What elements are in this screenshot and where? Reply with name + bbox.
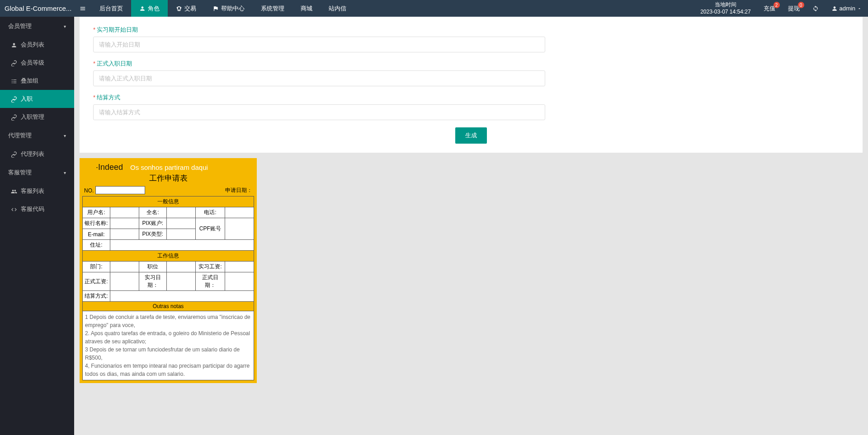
withdraw-badge: 0 [798,2,804,8]
sidebar: 会员管理 ▾ 会员列表 会员等级 叠加组 入职 入职管理 代理管理 ▾ 代理列表… [0,17,74,388]
sidebar-cs-code[interactable]: 客服代码 [0,200,74,218]
link-icon [11,150,17,158]
doc-logo: ·Indeed [96,163,123,172]
application-form-preview: ·Indeed Os sonhos partiram daqui 工作申请表 N… [80,158,257,383]
link-icon [11,113,17,121]
sidebar-member-list[interactable]: 会员列表 [0,36,74,54]
section-header: 工作信息 [83,251,254,262]
field-settlement: *结算方式 [93,94,849,120]
doc-date-label: 申请日期： [225,187,252,194]
chevron-up-icon [857,6,862,11]
field-label: *实习期开始日期 [93,26,849,34]
sidebar-onboard-mgmt[interactable]: 入职管理 [0,108,74,126]
scale-icon [176,5,182,12]
sidebar-stack-group[interactable]: 叠加组 [0,72,74,90]
section-header: Outras notas [83,302,254,311]
user-icon [11,41,17,48]
main-content: *实习期开始日期 *正式入职日期 *结算方式 生成 ·Indeed Os son… [74,17,868,383]
generate-button[interactable]: 生成 [455,127,487,144]
refresh-button[interactable] [806,0,825,17]
user-icon [831,5,838,12]
chevron-down-icon: ▾ [64,170,66,175]
field-formal-date: *正式入职日期 [93,60,849,86]
flag-icon [212,5,219,12]
sidebar-toggle[interactable] [74,0,91,17]
nav-home[interactable]: 后台首页 [91,0,131,17]
sidebar-cs-list[interactable]: 客服列表 [0,182,74,200]
users-icon [11,187,17,195]
clock: 当地时间 2023-03-07 14:54:27 [694,0,757,17]
link-icon [11,59,17,66]
chevron-down-icon: ▾ [64,24,66,29]
section-header: 一般信息 [83,196,254,207]
brand-title: Global E-Commerce... [0,0,74,17]
refresh-icon [812,5,819,12]
code-icon [11,206,17,213]
nav-right: 当地时间 2023-03-07 14:54:27 充值 2 提现 0 admin [694,0,868,17]
link-icon [11,95,17,103]
recharge-badge: 2 [774,2,780,8]
menu-icon [80,5,86,12]
nav-system[interactable]: 系统管理 [253,0,292,17]
nav-trade[interactable]: 交易 [168,0,204,17]
doc-notes: 1 Depois de concluir a tarefa de teste, … [82,311,254,380]
user-menu[interactable]: admin [825,0,868,17]
doc-table-general: 一般信息 用户名: 全名: 电话: 银行名称: PIX账户: CPF账号 E-m… [82,196,254,311]
doc-no-input[interactable] [95,186,145,194]
sidebar-group-agent[interactable]: 代理管理 ▾ [0,126,74,145]
nav-mail[interactable]: 站内信 [321,0,354,17]
doc-slogan: Os sonhos partiram daqui [130,164,208,171]
formal-date-input[interactable] [93,70,545,86]
nav-mall[interactable]: 商城 [292,0,321,17]
field-intern-start: *实习期开始日期 [93,26,849,52]
sidebar-group-member[interactable]: 会员管理 ▾ [0,17,74,36]
sidebar-onboard[interactable]: 入职 [0,90,74,108]
list-icon [11,77,17,84]
field-label: *结算方式 [93,94,849,102]
doc-title: 工作申请表 [82,172,254,185]
topbar: Global E-Commerce... 后台首页 角色 交易 帮助中心 系统管… [0,0,868,17]
withdraw-button[interactable]: 提现 0 [782,0,806,17]
sidebar-member-level[interactable]: 会员等级 [0,54,74,72]
doc-no: NO. [84,186,145,194]
field-label: *正式入职日期 [93,60,849,68]
sidebar-agent-list[interactable]: 代理列表 [0,145,74,163]
form-panel: *实习期开始日期 *正式入职日期 *结算方式 生成 [80,17,863,153]
nav-help[interactable]: 帮助中心 [204,0,253,17]
user-icon [139,5,146,12]
nav-role[interactable]: 角色 [131,0,168,17]
recharge-button[interactable]: 充值 2 [757,0,782,17]
sidebar-group-cs[interactable]: 客服管理 ▾ [0,163,74,182]
chevron-down-icon: ▾ [64,133,66,138]
intern-start-input[interactable] [93,37,545,52]
settlement-input[interactable] [93,104,545,120]
